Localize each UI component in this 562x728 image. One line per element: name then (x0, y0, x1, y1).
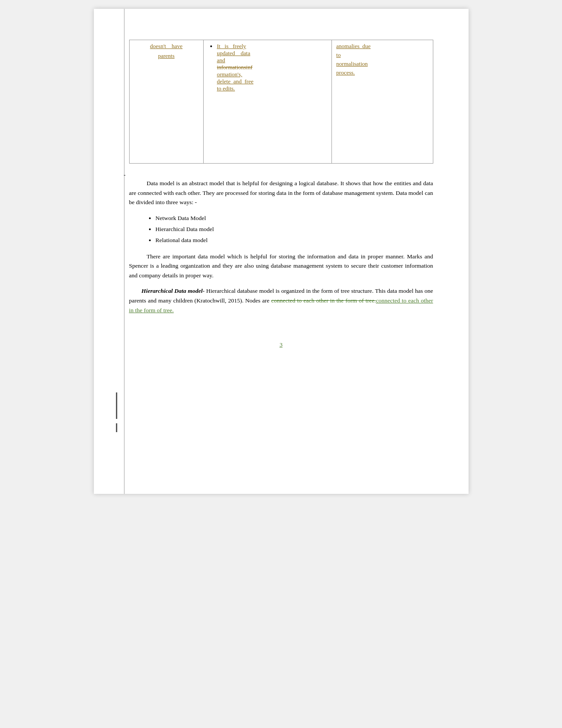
cell-text-anomalies-due: anomalies due (336, 43, 371, 49)
bullet-network: Network Data Model (156, 213, 433, 224)
revision-bar-1 (116, 392, 117, 419)
bullet-text-informationsinf: informationsinf (217, 64, 253, 71)
page-number: 3 (129, 341, 433, 348)
table-container: doesn't have parents It is freely update… (129, 40, 433, 164)
bold-italic-heading: Hierarchical Data model- (141, 287, 205, 294)
cell-text-process: process. (336, 69, 355, 76)
cell-text-doesnt-have: doesn't have (150, 43, 182, 49)
table-row: doesn't have parents It is freely update… (129, 40, 433, 164)
bullet-relational: Relational data model (156, 235, 433, 246)
data-table: doesn't have parents It is freely update… (129, 40, 433, 164)
paragraph-1: Data model is an abstract model that is … (129, 179, 433, 207)
bullet-list: Network Data Model Hierarchical Data mod… (156, 213, 433, 246)
paragraph-3: Hierarchical Data model- Hierarchical da… (129, 286, 433, 315)
paragraph-2: There are important data model which is … (129, 252, 433, 280)
bullet-text-and: and (217, 57, 225, 63)
bullet-item-freely: It is freely updated data and informatio… (217, 43, 327, 92)
margin-bar (124, 9, 125, 494)
strikethrough-text: connected to each other in the form of t… (271, 297, 376, 304)
bullet-text-ormations: ormation's, (217, 71, 242, 78)
bullet-hierarchical: Hierarchical Data model (156, 224, 433, 235)
bullet-text-to-edits: to edits. (217, 85, 235, 92)
cell-text-to: to (336, 52, 341, 58)
bullet-text-delete-and-free: delete and free (217, 78, 253, 85)
revision-bar-2 (116, 423, 117, 432)
table-cell-col1: doesn't have parents (129, 40, 203, 164)
bullet-text-updated-data: updated data (217, 50, 250, 56)
table-cell-col3: anomalies due to normalisation process. (331, 40, 433, 164)
cursor-indicator: - (124, 172, 126, 179)
document-page: doesn't have parents It is freely update… (94, 9, 469, 494)
cell-text-normalisation: normalisation (336, 60, 368, 67)
cell-text-parents: parents (158, 52, 175, 59)
bullet-text-it-is-freely: It is freely (217, 43, 246, 49)
table-cell-col2: It is freely updated data and informatio… (203, 40, 331, 164)
